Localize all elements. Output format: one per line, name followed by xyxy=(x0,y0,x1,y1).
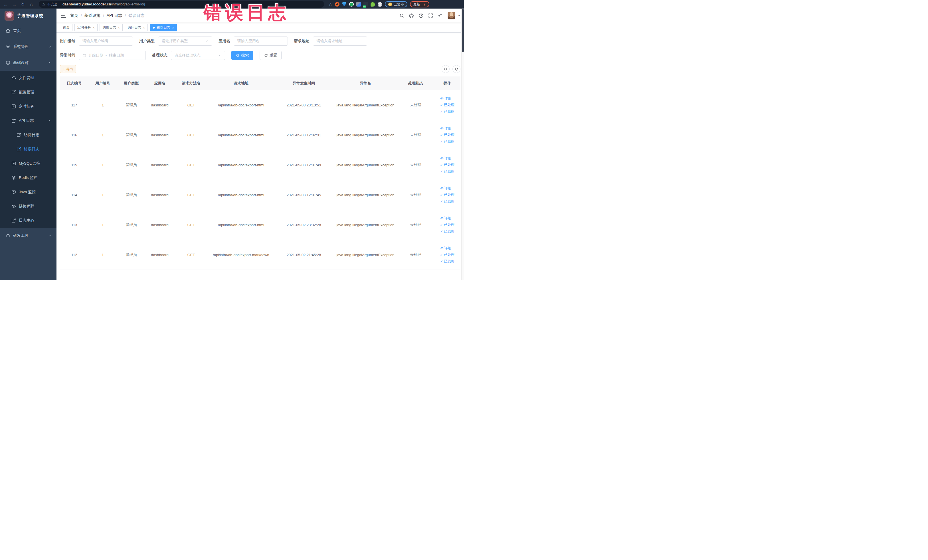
calendar-icon xyxy=(82,53,86,57)
app-logo-row[interactable]: 芋道管理系统 xyxy=(0,9,56,23)
mark-processed-link[interactable]: ✓ 已处理 xyxy=(440,192,455,197)
extension-icon-3[interactable] xyxy=(349,2,354,6)
check-icon: ✓ xyxy=(440,259,443,264)
cell-user-id: 1 xyxy=(89,90,117,120)
help-icon[interactable] xyxy=(418,13,424,18)
eye-icon xyxy=(440,157,444,160)
date-range-picker[interactable]: 开始日期 - 结束日期 xyxy=(79,51,146,60)
browser-home-button[interactable]: ⌂ xyxy=(28,1,35,8)
sidebar-item-mysql-monitor[interactable]: MySQL 监控 xyxy=(0,156,56,171)
sidebar-item-access-log[interactable]: 访问日志 xyxy=(0,128,56,142)
tab-error-log[interactable]: 错误日志× xyxy=(150,24,177,31)
cell-user-type: 管理员 xyxy=(117,120,145,150)
sidebar-item-scheduled-jobs[interactable]: 定时任务 xyxy=(0,99,56,113)
security-label: 不安全 xyxy=(47,2,58,7)
detail-link[interactable]: 详细 xyxy=(440,126,452,131)
user-avatar[interactable] xyxy=(447,12,455,20)
log-icon xyxy=(17,133,21,137)
extension-icon-2[interactable] xyxy=(342,2,346,6)
sidebar-item-error-log[interactable]: 错误日志 xyxy=(0,142,56,156)
kebab-menu-icon[interactable]: ⋮ xyxy=(423,2,426,6)
extensions-puzzle-icon[interactable] xyxy=(378,2,382,6)
hamburger-icon[interactable] xyxy=(61,14,66,18)
extension-icon-5[interactable] xyxy=(363,2,368,6)
close-icon[interactable]: × xyxy=(143,26,145,29)
detail-link[interactable]: 详细 xyxy=(440,216,452,221)
close-icon[interactable]: × xyxy=(93,26,95,29)
sidebar-item-api-log[interactable]: API 日志 xyxy=(0,113,56,128)
fullscreen-icon[interactable] xyxy=(428,13,433,18)
home-icon xyxy=(6,29,10,33)
cell-app-name: dashboard xyxy=(145,120,174,150)
mark-processed-link[interactable]: ✓ 已处理 xyxy=(440,163,455,168)
export-button[interactable]: ↓ 导出 xyxy=(60,65,76,73)
mark-ignored-link[interactable]: ✓ 已忽略 xyxy=(440,229,455,234)
sidebar-item-dev-tools[interactable]: 研发工具 xyxy=(0,227,56,244)
cell-method: GET xyxy=(174,240,208,270)
tab-scheduled-jobs[interactable]: 定时任务× xyxy=(75,24,98,31)
breadcrumb-api-log[interactable]: API 日志 xyxy=(107,13,122,18)
mark-processed-link[interactable]: ✓ 已处理 xyxy=(440,223,455,227)
browser-forward-button[interactable]: → xyxy=(11,1,18,8)
bookmark-star-icon[interactable]: ☆ xyxy=(329,2,332,6)
detail-link[interactable]: 详细 xyxy=(440,246,452,251)
mark-ignored-link[interactable]: ✓ 已忽略 xyxy=(440,199,455,204)
process-status-select[interactable]: 请选择处理状态 xyxy=(171,51,225,60)
browser-reload-button[interactable]: ↻ xyxy=(20,1,26,8)
mark-ignored-link[interactable]: ✓ 已忽略 xyxy=(440,259,455,264)
table-row: 116 1 管理员 dashboard GET /api/infra/db-do… xyxy=(60,120,461,150)
breadcrumb-infra[interactable]: 基础设施 xyxy=(84,13,101,18)
toggle-search-button[interactable] xyxy=(442,65,450,73)
user-id-input[interactable]: 请输入用户编号 xyxy=(79,37,133,46)
extension-icon-4[interactable] xyxy=(356,2,361,6)
font-size-icon[interactable] xyxy=(438,13,443,18)
mark-processed-link[interactable]: ✓ 已处理 xyxy=(440,103,455,108)
sidebar-item-file-manage[interactable]: 文件管理 xyxy=(0,71,56,85)
close-icon[interactable]: × xyxy=(118,26,120,29)
sidebar-item-config-manage[interactable]: 配置管理 xyxy=(0,85,56,99)
extension-icon-6[interactable] xyxy=(371,2,375,6)
sidebar-item-home[interactable]: 首页 xyxy=(0,23,56,39)
mark-ignored-link[interactable]: ✓ 已忽略 xyxy=(440,139,455,144)
scrollbar-thumb[interactable] xyxy=(462,9,464,52)
tab-access-log[interactable]: 访问日志× xyxy=(125,24,148,31)
mark-processed-link[interactable]: ✓ 已处理 xyxy=(440,133,455,137)
sidebar-item-system[interactable]: 系统管理 xyxy=(0,39,56,55)
chart-icon xyxy=(11,161,16,166)
app-name-input[interactable]: 请输入应用名 xyxy=(234,37,288,46)
avatar-caret-icon[interactable]: ▾ xyxy=(458,14,460,17)
detail-link[interactable]: 详细 xyxy=(440,186,452,191)
detail-link[interactable]: 详细 xyxy=(440,96,452,101)
breadcrumb-separator: / xyxy=(103,14,104,18)
sidebar-item-infra[interactable]: 基础设施 xyxy=(0,55,56,71)
user-type-select[interactable]: 请选择用户类型 xyxy=(158,37,212,46)
reset-button[interactable]: 重置 xyxy=(259,51,282,60)
cell-user-type: 管理员 xyxy=(117,180,145,210)
search-button[interactable]: 搜索 xyxy=(231,51,253,60)
sidebar-item-redis-monitor[interactable]: Redis 监控 xyxy=(0,171,56,185)
refresh-table-button[interactable] xyxy=(452,65,461,73)
sidebar-item-tracing[interactable]: 链路追踪 xyxy=(0,199,56,214)
sidebar-item-java-monitor[interactable]: Java 监控 xyxy=(0,185,56,199)
paused-badge[interactable]: 已暂停 xyxy=(385,1,408,8)
mark-ignored-link[interactable]: ✓ 已忽略 xyxy=(440,169,455,174)
table-header-cell: 处理状态 xyxy=(397,76,434,90)
github-icon[interactable] xyxy=(409,13,414,18)
detail-link[interactable]: 详细 xyxy=(440,156,452,161)
page-scrollbar xyxy=(461,9,464,280)
extension-icon-1[interactable] xyxy=(335,2,339,6)
search-icon[interactable] xyxy=(399,13,404,18)
screen: ← → ↻ ⌂ ⚠ 不安全 | dashboard.yudao.iocoder.… xyxy=(0,0,464,280)
tab-home[interactable]: 首页 xyxy=(60,24,72,31)
sidebar-item-log-center[interactable]: 日志中心 xyxy=(0,214,56,227)
breadcrumb-home[interactable]: 首页 xyxy=(70,13,78,18)
mark-ignored-link[interactable]: ✓ 已忽略 xyxy=(440,109,455,114)
mark-processed-link[interactable]: ✓ 已处理 xyxy=(440,252,455,257)
address-bar[interactable]: ⚠ 不安全 | dashboard.yudao.iocoder.cn/infra… xyxy=(39,1,324,8)
cloud-icon xyxy=(11,76,16,80)
browser-back-button[interactable]: ← xyxy=(2,1,9,8)
request-url-input[interactable]: 请输入请求地址 xyxy=(313,37,367,46)
browser-update-button[interactable]: 更新 ⋮ xyxy=(410,1,429,8)
close-icon[interactable]: × xyxy=(172,26,174,29)
tab-schedule-log[interactable]: 调度日志× xyxy=(99,24,123,31)
